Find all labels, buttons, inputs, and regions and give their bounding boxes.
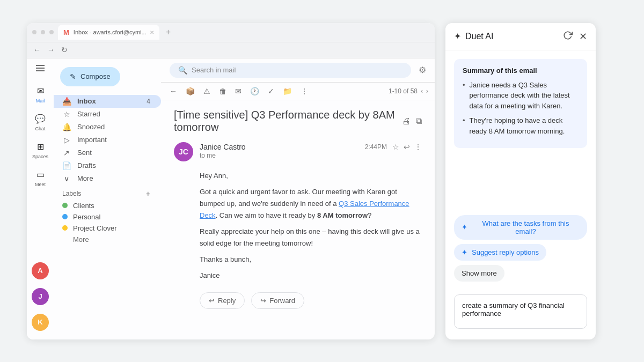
label-more-text: More — [73, 235, 89, 243]
browser-dot-1 — [32, 30, 36, 34]
label-clients[interactable]: Clients — [54, 200, 161, 211]
email-count: 1-10 of 58 — [389, 87, 418, 95]
forward-arrow-icon: ↪ — [260, 297, 266, 305]
meet-nav-label: Meet — [35, 182, 46, 187]
browser-tab[interactable]: M Inbox - awarts.cfori@cymi... ✕ — [58, 25, 159, 40]
inbox-label: Inbox — [77, 97, 96, 105]
hamburger-menu[interactable] — [36, 65, 45, 71]
refresh-button[interactable]: ↻ — [61, 46, 68, 54]
sidebar-more[interactable]: ∨ More — [54, 172, 161, 185]
mail-nav-label: Mail — [36, 98, 45, 104]
sidebar-drafts[interactable]: 📄 Drafts — [54, 159, 161, 172]
search-icon: 🔍 — [178, 66, 187, 75]
email-toolbar: ← 📦 ⚠ 🗑 ✉ 🕐 ✓ 📁 ⋮ 1-10 of 58 ‹ › — [161, 83, 435, 100]
email-toolbar-right: 1-10 of 58 ‹ › — [389, 87, 428, 95]
show-more-label: Show more — [462, 269, 497, 277]
user-avatar-3[interactable]: K — [32, 314, 49, 331]
duet-title-wrap: ✦ Duet AI — [454, 31, 493, 41]
sidebar-important[interactable]: ▷ Important — [54, 134, 161, 146]
show-more-button[interactable]: Show more — [454, 265, 504, 282]
move-to-icon[interactable]: 📁 — [281, 85, 294, 98]
task-icon[interactable]: ✓ — [266, 85, 276, 98]
print-icon[interactable]: 🖨 — [402, 116, 411, 126]
more-actions-icon[interactable]: ⋮ — [298, 85, 310, 98]
label-project-clover[interactable]: Project Clover — [54, 223, 161, 234]
labels-header: Labels + — [54, 185, 161, 200]
duet-body: Summary of this email Janice needs a Q3 … — [445, 50, 596, 339]
browser-topbar: M Inbox - awarts.cfori@cymi... ✕ + — [27, 23, 435, 42]
inbox-badge: 4 — [147, 98, 150, 105]
star-icon[interactable]: ☆ — [392, 143, 399, 151]
email-link[interactable]: Q3 Sales Performance Deck — [200, 200, 409, 219]
email-meta: Janice Castro 2:44PM ☆ ↩ ⋮ — [200, 142, 422, 159]
label-clients-text: Clients — [73, 202, 94, 210]
search-toolbar: 🔍 ⚙ — [161, 58, 435, 83]
summary-point-2: They're hoping to have a deck ready 8 AM… — [463, 115, 579, 136]
duet-header: ✦ Duet AI ✕ — [445, 23, 596, 50]
gmail-icon-nav: ✉ Mail 💬 Chat ⊞ Spaces ▭ Meet A J — [27, 58, 54, 339]
label-dot-clients — [62, 203, 68, 208]
duet-close-icon[interactable]: ✕ — [579, 31, 587, 42]
label-personal[interactable]: Personal — [54, 211, 161, 223]
sidebar-item-meet[interactable]: ▭ Meet — [34, 169, 46, 187]
duet-summary: Summary of this email Janice needs a Q3 … — [454, 59, 587, 149]
sidebar-inbox[interactable]: 📥 Inbox 4 — [54, 95, 161, 108]
report-icon[interactable]: ⚠ — [201, 85, 213, 98]
search-bar[interactable]: 🔍 — [170, 63, 411, 78]
snooze-icon[interactable]: 🕐 — [248, 85, 261, 98]
reply-icon[interactable]: ↩ — [404, 143, 410, 151]
more-icon[interactable]: ⋮ — [414, 143, 422, 151]
sidebar-sent[interactable]: ↗ Sent — [54, 146, 161, 159]
archive-icon[interactable]: 📦 — [184, 85, 197, 98]
settings-icon[interactable]: ⚙ — [419, 65, 426, 75]
back-button[interactable]: ← — [33, 46, 41, 54]
sidebar-snoozed[interactable]: 🔔 Snoozed — [54, 121, 161, 134]
email-bold-time: 8 AM tomorrow — [317, 211, 368, 219]
next-email-icon[interactable]: › — [426, 87, 428, 95]
duet-summary-title: Summary of this email — [463, 67, 579, 75]
email-toolbar-left: ← 📦 ⚠ 🗑 ✉ 🕐 ✓ 📁 ⋮ — [167, 85, 310, 98]
drafts-icon: 📄 — [62, 161, 71, 170]
suggestion-reply-button[interactable]: ✦ Suggest reply options — [454, 244, 546, 261]
gmail-m-icon: M — [63, 28, 69, 36]
hamburger-line — [36, 65, 45, 66]
sender-name: Janice Castro — [200, 143, 246, 151]
email-paragraph-2: Really appreciate your help on this one … — [200, 226, 422, 249]
email-paragraph-1: Got a quick and urgent favor to ask. Our… — [200, 186, 422, 221]
suggestion-tasks-button[interactable]: ✦ What are the tasks from this email? — [454, 215, 587, 240]
snoozed-label: Snoozed — [77, 123, 105, 131]
sidebar-item-chat[interactable]: 💬 Chat — [34, 113, 46, 131]
prev-email-icon[interactable]: ‹ — [421, 87, 423, 95]
label-dot-personal — [62, 214, 68, 219]
sidebar-starred[interactable]: ☆ Starred — [54, 108, 161, 121]
sidebar-item-spaces[interactable]: ⊞ Spaces — [32, 141, 48, 159]
snoozed-icon: 🔔 — [62, 123, 71, 131]
sent-label: Sent — [77, 149, 92, 157]
forward-button[interactable]: ↪ Forward — [251, 292, 304, 309]
hamburger-line — [36, 70, 45, 71]
email-meta-icons: ☆ ↩ ⋮ — [392, 143, 422, 151]
labels-add-icon[interactable]: + — [146, 189, 150, 198]
search-input[interactable] — [192, 66, 402, 74]
user-avatar-2[interactable]: J — [32, 288, 49, 305]
compose-button[interactable]: ✎ Compose — [60, 67, 120, 86]
duet-input[interactable]: create a summary of Q3 financial perform… — [454, 294, 587, 329]
email-sign2: Janice — [200, 270, 422, 282]
suggestion-tasks-label: What are the tasks from this email? — [472, 219, 580, 235]
label-more[interactable]: More — [54, 234, 161, 245]
important-icon: ▷ — [62, 136, 71, 144]
back-arrow-icon[interactable]: ← — [167, 85, 179, 98]
new-window-icon[interactable]: ⧉ — [416, 116, 422, 126]
mark-unread-icon[interactable]: ✉ — [233, 85, 244, 98]
email-greeting: Hey Ann, — [200, 170, 422, 182]
forward-button[interactable]: → — [47, 46, 55, 54]
browser-dot-3 — [49, 30, 54, 34]
user-avatar-1[interactable]: A — [32, 262, 49, 279]
sidebar-item-mail[interactable]: ✉ Mail — [34, 85, 46, 104]
reply-button[interactable]: ↩ Reply — [200, 292, 245, 309]
tab-close-icon[interactable]: ✕ — [150, 29, 154, 35]
delete-icon[interactable]: 🗑 — [217, 85, 229, 98]
duet-refresh-icon[interactable] — [563, 31, 573, 42]
chat-nav-label: Chat — [35, 126, 45, 131]
new-tab-button[interactable]: + — [164, 27, 173, 37]
